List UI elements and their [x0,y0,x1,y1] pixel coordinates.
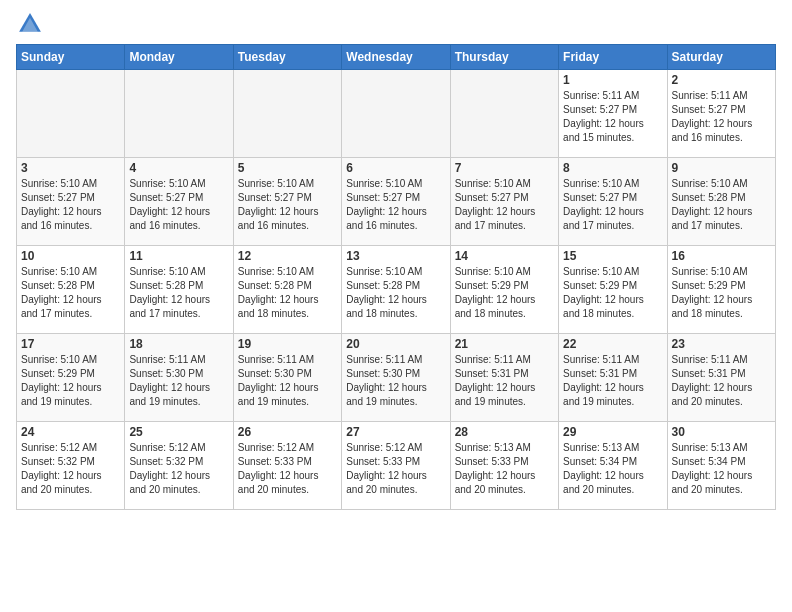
day-info: Sunrise: 5:10 AM Sunset: 5:28 PM Dayligh… [129,265,228,321]
day-number: 27 [346,425,445,439]
day-info: Sunrise: 5:10 AM Sunset: 5:28 PM Dayligh… [672,177,771,233]
day-info: Sunrise: 5:11 AM Sunset: 5:31 PM Dayligh… [672,353,771,409]
calendar-cell: 19Sunrise: 5:11 AM Sunset: 5:30 PM Dayli… [233,334,341,422]
weekday-header-tuesday: Tuesday [233,45,341,70]
day-number: 2 [672,73,771,87]
day-info: Sunrise: 5:12 AM Sunset: 5:33 PM Dayligh… [346,441,445,497]
day-info: Sunrise: 5:11 AM Sunset: 5:31 PM Dayligh… [563,353,662,409]
calendar-week-4: 24Sunrise: 5:12 AM Sunset: 5:32 PM Dayli… [17,422,776,510]
calendar-week-2: 10Sunrise: 5:10 AM Sunset: 5:28 PM Dayli… [17,246,776,334]
calendar-week-0: 1Sunrise: 5:11 AM Sunset: 5:27 PM Daylig… [17,70,776,158]
calendar-cell: 7Sunrise: 5:10 AM Sunset: 5:27 PM Daylig… [450,158,558,246]
day-info: Sunrise: 5:10 AM Sunset: 5:27 PM Dayligh… [455,177,554,233]
day-number: 28 [455,425,554,439]
calendar-cell: 4Sunrise: 5:10 AM Sunset: 5:27 PM Daylig… [125,158,233,246]
day-number: 10 [21,249,120,263]
calendar-cell: 16Sunrise: 5:10 AM Sunset: 5:29 PM Dayli… [667,246,775,334]
calendar-cell: 12Sunrise: 5:10 AM Sunset: 5:28 PM Dayli… [233,246,341,334]
calendar-cell [233,70,341,158]
calendar-cell [125,70,233,158]
day-number: 17 [21,337,120,351]
calendar-cell [342,70,450,158]
day-info: Sunrise: 5:10 AM Sunset: 5:29 PM Dayligh… [455,265,554,321]
day-number: 15 [563,249,662,263]
calendar-cell: 25Sunrise: 5:12 AM Sunset: 5:32 PM Dayli… [125,422,233,510]
day-number: 3 [21,161,120,175]
day-number: 6 [346,161,445,175]
day-number: 1 [563,73,662,87]
calendar-cell: 3Sunrise: 5:10 AM Sunset: 5:27 PM Daylig… [17,158,125,246]
calendar-cell: 2Sunrise: 5:11 AM Sunset: 5:27 PM Daylig… [667,70,775,158]
day-number: 16 [672,249,771,263]
day-number: 21 [455,337,554,351]
day-info: Sunrise: 5:13 AM Sunset: 5:34 PM Dayligh… [563,441,662,497]
calendar-week-3: 17Sunrise: 5:10 AM Sunset: 5:29 PM Dayli… [17,334,776,422]
header [16,10,776,38]
weekday-header-wednesday: Wednesday [342,45,450,70]
calendar-cell: 28Sunrise: 5:13 AM Sunset: 5:33 PM Dayli… [450,422,558,510]
calendar-cell: 23Sunrise: 5:11 AM Sunset: 5:31 PM Dayli… [667,334,775,422]
day-info: Sunrise: 5:11 AM Sunset: 5:27 PM Dayligh… [672,89,771,145]
day-number: 12 [238,249,337,263]
logo [16,10,46,38]
day-number: 8 [563,161,662,175]
calendar-table: SundayMondayTuesdayWednesdayThursdayFrid… [16,44,776,510]
weekday-header-monday: Monday [125,45,233,70]
calendar-cell: 30Sunrise: 5:13 AM Sunset: 5:34 PM Dayli… [667,422,775,510]
calendar-cell [450,70,558,158]
calendar-cell: 13Sunrise: 5:10 AM Sunset: 5:28 PM Dayli… [342,246,450,334]
day-number: 24 [21,425,120,439]
calendar-cell: 22Sunrise: 5:11 AM Sunset: 5:31 PM Dayli… [559,334,667,422]
day-info: Sunrise: 5:10 AM Sunset: 5:27 PM Dayligh… [563,177,662,233]
day-info: Sunrise: 5:11 AM Sunset: 5:30 PM Dayligh… [129,353,228,409]
logo-icon [16,10,44,38]
day-info: Sunrise: 5:10 AM Sunset: 5:29 PM Dayligh… [563,265,662,321]
day-info: Sunrise: 5:11 AM Sunset: 5:31 PM Dayligh… [455,353,554,409]
day-info: Sunrise: 5:10 AM Sunset: 5:29 PM Dayligh… [21,353,120,409]
day-info: Sunrise: 5:10 AM Sunset: 5:28 PM Dayligh… [21,265,120,321]
day-info: Sunrise: 5:11 AM Sunset: 5:30 PM Dayligh… [238,353,337,409]
calendar-cell: 10Sunrise: 5:10 AM Sunset: 5:28 PM Dayli… [17,246,125,334]
day-info: Sunrise: 5:10 AM Sunset: 5:28 PM Dayligh… [238,265,337,321]
calendar-cell: 29Sunrise: 5:13 AM Sunset: 5:34 PM Dayli… [559,422,667,510]
page: SundayMondayTuesdayWednesdayThursdayFrid… [0,0,792,612]
calendar-cell [17,70,125,158]
calendar-cell: 8Sunrise: 5:10 AM Sunset: 5:27 PM Daylig… [559,158,667,246]
day-info: Sunrise: 5:12 AM Sunset: 5:32 PM Dayligh… [21,441,120,497]
day-number: 9 [672,161,771,175]
calendar-cell: 11Sunrise: 5:10 AM Sunset: 5:28 PM Dayli… [125,246,233,334]
day-info: Sunrise: 5:10 AM Sunset: 5:27 PM Dayligh… [21,177,120,233]
weekday-header-sunday: Sunday [17,45,125,70]
calendar-cell: 26Sunrise: 5:12 AM Sunset: 5:33 PM Dayli… [233,422,341,510]
day-info: Sunrise: 5:13 AM Sunset: 5:33 PM Dayligh… [455,441,554,497]
calendar-cell: 20Sunrise: 5:11 AM Sunset: 5:30 PM Dayli… [342,334,450,422]
calendar-cell: 14Sunrise: 5:10 AM Sunset: 5:29 PM Dayli… [450,246,558,334]
day-number: 20 [346,337,445,351]
weekday-header-thursday: Thursday [450,45,558,70]
calendar-cell: 5Sunrise: 5:10 AM Sunset: 5:27 PM Daylig… [233,158,341,246]
calendar-cell: 24Sunrise: 5:12 AM Sunset: 5:32 PM Dayli… [17,422,125,510]
day-info: Sunrise: 5:13 AM Sunset: 5:34 PM Dayligh… [672,441,771,497]
day-number: 4 [129,161,228,175]
day-number: 23 [672,337,771,351]
calendar-cell: 15Sunrise: 5:10 AM Sunset: 5:29 PM Dayli… [559,246,667,334]
calendar-cell: 27Sunrise: 5:12 AM Sunset: 5:33 PM Dayli… [342,422,450,510]
day-number: 11 [129,249,228,263]
calendar-cell: 17Sunrise: 5:10 AM Sunset: 5:29 PM Dayli… [17,334,125,422]
day-number: 29 [563,425,662,439]
day-number: 22 [563,337,662,351]
day-info: Sunrise: 5:12 AM Sunset: 5:32 PM Dayligh… [129,441,228,497]
day-info: Sunrise: 5:10 AM Sunset: 5:27 PM Dayligh… [129,177,228,233]
day-number: 18 [129,337,228,351]
day-number: 25 [129,425,228,439]
weekday-header-friday: Friday [559,45,667,70]
calendar-cell: 9Sunrise: 5:10 AM Sunset: 5:28 PM Daylig… [667,158,775,246]
day-info: Sunrise: 5:10 AM Sunset: 5:27 PM Dayligh… [346,177,445,233]
day-number: 5 [238,161,337,175]
day-number: 14 [455,249,554,263]
day-info: Sunrise: 5:11 AM Sunset: 5:27 PM Dayligh… [563,89,662,145]
calendar-cell: 18Sunrise: 5:11 AM Sunset: 5:30 PM Dayli… [125,334,233,422]
day-info: Sunrise: 5:12 AM Sunset: 5:33 PM Dayligh… [238,441,337,497]
day-number: 13 [346,249,445,263]
day-info: Sunrise: 5:10 AM Sunset: 5:29 PM Dayligh… [672,265,771,321]
